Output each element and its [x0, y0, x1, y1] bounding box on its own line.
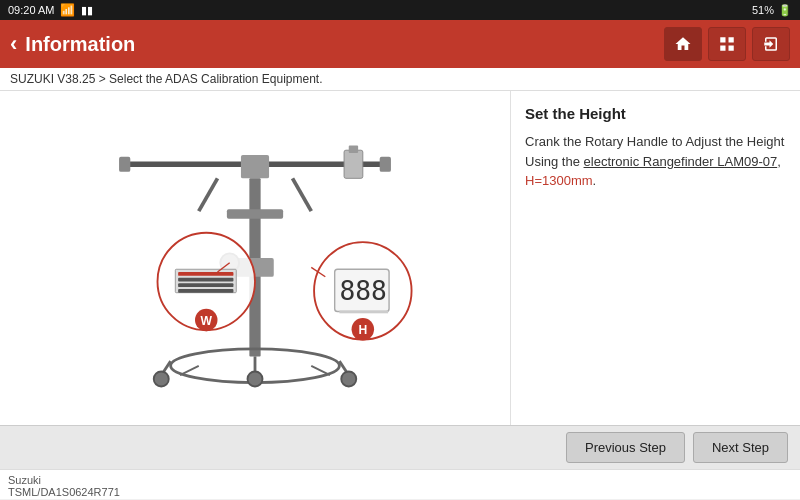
grid-icon [718, 35, 736, 53]
svg-point-14 [154, 371, 169, 386]
breadcrumb: SUZUKI V38.25 > Select the ADAS Calibrat… [0, 68, 800, 91]
time-display: 09:20 AM [8, 4, 54, 16]
breadcrumb-text: SUZUKI V38.25 > Select the ADAS Calibrat… [10, 72, 323, 86]
svg-rect-23 [178, 272, 233, 276]
svg-line-5 [293, 178, 312, 211]
svg-rect-1 [119, 157, 130, 172]
instruction-period: . [593, 173, 597, 188]
rangefinder-link[interactable]: electronic Rangefinder LAM09-07 [584, 154, 778, 169]
svg-text:888: 888 [339, 276, 386, 306]
svg-line-18 [311, 366, 330, 375]
svg-point-15 [341, 371, 356, 386]
svg-point-16 [248, 371, 263, 386]
logout-button[interactable] [752, 27, 790, 61]
svg-rect-3 [241, 155, 269, 178]
svg-rect-7 [227, 209, 283, 218]
bottom-bar: Suzuki TSML/DA1S0624R771 [0, 469, 800, 499]
svg-rect-24 [178, 278, 233, 282]
back-button[interactable]: ‹ [10, 31, 17, 57]
svg-rect-20 [349, 146, 358, 154]
svg-line-17 [180, 366, 199, 375]
left-panel: W 888 H [0, 91, 510, 425]
battery-percent: 51% [752, 4, 774, 16]
battery-icon: 🔋 [778, 4, 792, 17]
header-left: ‹ Information [10, 31, 135, 57]
header-icons [664, 27, 790, 61]
device-model: TSML/DA1S0624R771 [8, 486, 792, 498]
status-bar: 09:20 AM 📶 ▮▮ 51% 🔋 [0, 0, 800, 20]
signal-icon: ▮▮ [81, 4, 93, 17]
right-panel: Set the Height Crank the Rotary Handle t… [510, 91, 800, 425]
header: ‹ Information [0, 20, 800, 68]
grid-button[interactable] [708, 27, 746, 61]
svg-rect-26 [178, 289, 233, 293]
height-highlight: H=1300mm [525, 173, 593, 188]
svg-line-4 [199, 178, 218, 211]
svg-text:H: H [358, 323, 367, 337]
instruction-title: Set the Height [525, 105, 786, 122]
home-icon [674, 35, 692, 53]
next-step-button[interactable]: Next Step [693, 432, 788, 463]
equipment-diagram: W 888 H [15, 108, 495, 408]
svg-text:W: W [201, 314, 213, 328]
svg-rect-33 [339, 311, 388, 314]
logout-icon [762, 35, 780, 53]
footer: Previous Step Next Step [0, 425, 800, 469]
svg-rect-2 [380, 157, 391, 172]
device-make: Suzuki [8, 474, 792, 486]
svg-rect-19 [344, 150, 363, 178]
home-button[interactable] [664, 27, 702, 61]
status-left: 09:20 AM 📶 ▮▮ [8, 3, 93, 17]
svg-rect-25 [178, 283, 233, 287]
previous-step-button[interactable]: Previous Step [566, 432, 685, 463]
instruction-suffix: , [777, 154, 781, 169]
main-content: W 888 H Set the Height Crank the Rotary … [0, 91, 800, 425]
status-right: 51% 🔋 [752, 4, 792, 17]
instruction-text: Crank the Rotary Handle to Adjust the He… [525, 132, 786, 191]
wifi-icon: 📶 [60, 3, 75, 17]
page-title: Information [25, 33, 135, 56]
